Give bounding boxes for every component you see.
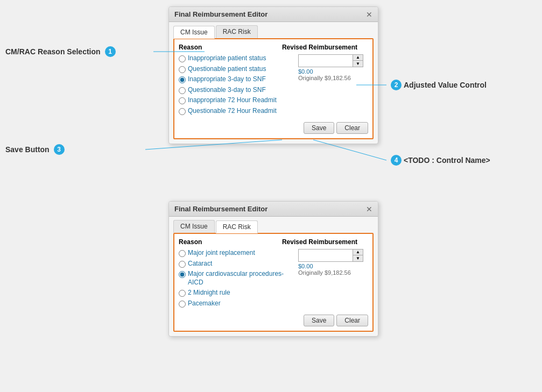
list-item: Cataract <box>179 260 293 268</box>
reason-radio-4[interactable] <box>179 87 186 94</box>
tab-rac-risk-1[interactable]: RAC Risk <box>216 25 258 38</box>
spinner-down-2[interactable]: ▼ <box>353 255 363 261</box>
reasons-list-1: Inappropriate patient status Questionabl… <box>179 54 293 118</box>
reason-header-2: Reason <box>179 238 202 246</box>
dialog-2-body: Major joint replacement Cataract Major c… <box>179 249 368 310</box>
reason-label-d2-4[interactable]: 2 Midnight rule <box>188 289 230 297</box>
list-item: Inappropriate 72 Hour Readmit <box>179 96 293 105</box>
annotation-2-badge: 2 <box>391 80 402 90</box>
revised-header-1: Revised Reimbursement <box>282 44 357 51</box>
tab-cm-issue-1[interactable]: CM Issue <box>173 26 215 39</box>
adjusted-value-2: $0.00 <box>298 263 313 269</box>
list-item: Inappropriate patient status <box>179 54 293 63</box>
tab-cm-issue-2[interactable]: CM Issue <box>173 220 215 233</box>
list-item: Pacemaker <box>179 300 293 308</box>
originally-value-2: Originally $9,182.56 <box>298 269 351 276</box>
reason-radio-d2-4[interactable] <box>179 290 186 297</box>
list-item: Major joint replacement <box>179 249 293 258</box>
save-button-1[interactable]: Save <box>304 122 334 134</box>
reason-radio-5[interactable] <box>179 97 186 104</box>
reason-radio-d2-5[interactable] <box>179 301 186 308</box>
reason-label-3[interactable]: Inappropriate 3-day to SNF <box>188 75 266 84</box>
reason-label-4[interactable]: Questionable 3-day to SNF <box>188 86 266 95</box>
revised-header-2: Revised Reimbursement <box>282 238 357 246</box>
adjusted-value-1: $0.00 <box>298 68 313 75</box>
spinner-up-2[interactable]: ▲ <box>353 250 363 255</box>
annotation-2-label: Adjusted Value Control <box>404 81 487 89</box>
dialog-1-content: Reason Revised Reimbursement Inappropria… <box>173 38 374 139</box>
reason-label-2[interactable]: Questionable patient status <box>188 65 266 74</box>
reasons-list-2: Major joint replacement Cataract Major c… <box>179 249 293 310</box>
list-item: Questionable 72 Hour Readmit <box>179 107 293 116</box>
revised-col-1: $0.00 ▲ ▼ $0.00 Originally $9,182.56 <box>298 54 368 118</box>
annotation-3-label: Save Button <box>5 145 50 154</box>
dialog-1-header: Reason Revised Reimbursement <box>179 44 368 51</box>
reason-radio-3[interactable] <box>179 76 186 83</box>
annotation-3: Save Button 3 <box>5 144 65 155</box>
reason-header-1: Reason <box>179 44 202 51</box>
list-item: Major cardiovascular procedures-AICD <box>179 270 293 287</box>
reason-label-d2-3[interactable]: Major cardiovascular procedures-AICD <box>188 270 293 287</box>
dialog-2-title: Final Reimbursement Editor <box>174 205 268 213</box>
annotation-4-label: <TODO : Control Name> <box>404 156 490 165</box>
dialog-1-close-button[interactable]: ✕ <box>366 11 372 18</box>
revised-col-2: $0.00 ▲ ▼ $0.00 Originally $9,182.56 <box>298 249 368 310</box>
annotation-3-badge: 3 <box>54 144 65 155</box>
list-item: 2 Midnight rule <box>179 289 293 297</box>
reason-radio-1[interactable] <box>179 55 186 62</box>
list-item: Inappropriate 3-day to SNF <box>179 75 293 84</box>
amount-input-1[interactable]: $0.00 <box>299 55 353 67</box>
dialog-2-titlebar: Final Reimbursement Editor ✕ <box>169 202 378 217</box>
clear-button-1[interactable]: Clear <box>336 122 368 134</box>
dialog-1-footer: Save Clear <box>179 122 368 134</box>
reason-label-1[interactable]: Inappropriate patient status <box>188 54 266 63</box>
dialog-2-footer: Save Clear <box>179 315 368 326</box>
amount-spinner-1: $0.00 ▲ ▼ <box>298 54 363 67</box>
annotation-4: 4 <TODO : Control Name> <box>389 155 490 166</box>
reason-label-6[interactable]: Questionable 72 Hour Readmit <box>188 107 277 116</box>
amount-input-2[interactable]: $0.00 <box>299 250 353 261</box>
list-item: Questionable 3-day to SNF <box>179 86 293 95</box>
dialog-2-tabs: CM Issue RAC Risk <box>169 217 378 233</box>
save-button-2[interactable]: Save <box>304 315 334 326</box>
amount-spinner-2: $0.00 ▲ ▼ <box>298 249 363 262</box>
reason-label-5[interactable]: Inappropriate 72 Hour Readmit <box>188 96 277 105</box>
annotation-4-badge: 4 <box>391 155 402 166</box>
annotation-1-label: CM/RAC Reason Selection <box>5 47 101 56</box>
originally-value-1: Originally $9,182.56 <box>298 75 351 81</box>
dialog-2-content: Reason Revised Reimbursement Major joint… <box>173 233 374 332</box>
dialog-1-titlebar: Final Reimbursement Editor ✕ <box>169 7 378 22</box>
reason-radio-6[interactable] <box>179 108 186 115</box>
dialog-2: Final Reimbursement Editor ✕ CM Issue RA… <box>168 201 378 337</box>
dialog-1-title: Final Reimbursement Editor <box>174 10 268 18</box>
spinner-buttons-1: ▲ ▼ <box>353 55 363 67</box>
reason-label-d2-2[interactable]: Cataract <box>188 260 212 268</box>
reason-radio-d2-3[interactable] <box>179 271 186 278</box>
spinner-buttons-2: ▲ ▼ <box>353 250 363 261</box>
reason-radio-d2-1[interactable] <box>179 250 186 257</box>
reason-label-d2-5[interactable]: Pacemaker <box>188 300 221 308</box>
spinner-down-1[interactable]: ▼ <box>353 61 363 67</box>
dialog-1-tabs: CM Issue RAC Risk <box>169 22 378 38</box>
annotation-1-badge: 1 <box>105 46 116 57</box>
dialog-2-header: Reason Revised Reimbursement <box>179 238 368 246</box>
dialog-2-close-button[interactable]: ✕ <box>366 205 372 213</box>
list-item: Questionable patient status <box>179 65 293 74</box>
dialog-1-body: Inappropriate patient status Questionabl… <box>179 54 368 118</box>
spinner-up-1[interactable]: ▲ <box>353 55 363 61</box>
annotation-1: CM/RAC Reason Selection 1 <box>5 46 116 57</box>
dialog-1: Final Reimbursement Editor ✕ CM Issue RA… <box>168 6 378 144</box>
tab-rac-risk-2[interactable]: RAC Risk <box>216 220 258 233</box>
clear-button-2[interactable]: Clear <box>336 315 368 326</box>
reason-label-d2-1[interactable]: Major joint replacement <box>188 249 255 258</box>
annotation-2: 2 Adjusted Value Control <box>389 80 487 90</box>
reason-radio-2[interactable] <box>179 66 186 73</box>
reason-radio-d2-2[interactable] <box>179 261 186 268</box>
